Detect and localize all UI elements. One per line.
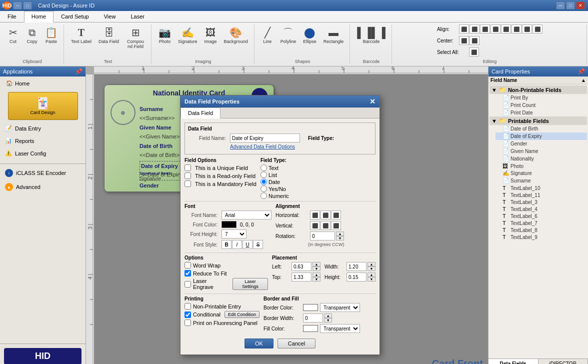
left-down-btn[interactable]: ▼: [312, 266, 320, 271]
radio-text-input[interactable]: [260, 164, 267, 171]
radio-yesno-input[interactable]: [260, 186, 267, 192]
data-field-button[interactable]: 🗄 Data Field: [96, 24, 122, 46]
align-bottom-btn[interactable]: ⬛: [512, 24, 522, 34]
font-height-select[interactable]: 7: [222, 230, 246, 238]
advanced-link[interactable]: Advanced Data Field Options: [230, 144, 295, 150]
printable-group[interactable]: ▼ 📁 Printable Fields: [490, 116, 587, 125]
align-top-btn[interactable]: ⬛: [490, 24, 500, 34]
select-all-btn[interactable]: ⬛: [469, 48, 479, 56]
radio-numeric-input[interactable]: [260, 192, 267, 199]
rectangle-button[interactable]: ▬ Rectangle: [320, 24, 347, 46]
tab-file[interactable]: File: [0, 11, 24, 22]
top-input[interactable]: [292, 272, 312, 282]
align-v-top-btn[interactable]: ⬛: [310, 221, 320, 230]
background-button[interactable]: 🎨 Background: [221, 24, 251, 46]
copy-button[interactable]: ⧉ Copy: [23, 24, 41, 46]
tree-item-signature[interactable]: ✍ Signature: [496, 170, 587, 177]
font-name-select[interactable]: Arial: [222, 210, 272, 220]
bold-btn[interactable]: B: [222, 240, 232, 249]
non-printable-entry-checkbox[interactable]: [184, 303, 191, 310]
center-h-btn[interactable]: ⬛: [459, 36, 469, 45]
italic-btn[interactable]: I: [232, 240, 242, 249]
fill-color-select[interactable]: Transparent: [320, 324, 360, 333]
strikethrough-btn[interactable]: S: [253, 240, 263, 249]
tab-laser[interactable]: Laser: [123, 11, 152, 22]
image-button[interactable]: 🖼 Image: [202, 24, 220, 46]
readonly-checkbox[interactable]: [184, 172, 191, 179]
left-input[interactable]: [292, 262, 312, 271]
tree-item-surname[interactable]: 📄 Surname: [496, 177, 587, 184]
paste-button[interactable]: 📋 Paste: [42, 24, 60, 46]
tree-item-given-name[interactable]: 📄 Given Name: [496, 148, 587, 155]
align-h-right-btn[interactable]: ⬛: [331, 210, 341, 220]
sidebar-item-laser-config[interactable]: ⚠️ Laser Config: [0, 147, 86, 160]
close-btn[interactable]: ✕: [576, 2, 585, 10]
tree-item-textlabel4[interactable]: T TextLabel_4: [496, 206, 587, 212]
conditional-checkbox[interactable]: [184, 312, 191, 318]
photo-button[interactable]: 📷 Photo: [156, 24, 174, 46]
tree-item-textlabel11[interactable]: T TextLabel_11: [496, 192, 587, 198]
tree-item-textlabel3[interactable]: T TextLabel_3: [496, 198, 587, 206]
align-right-btn[interactable]: ⬛: [480, 24, 490, 34]
laser-engrave-checkbox[interactable]: [184, 281, 191, 288]
tree-item-print-by[interactable]: 📄 Print By: [496, 94, 587, 102]
tab-card-setup[interactable]: Card Setup: [54, 11, 96, 22]
height-input[interactable]: [346, 272, 366, 282]
radio-list-input[interactable]: [260, 172, 267, 178]
sidebar-item-home[interactable]: 🏠 Home: [0, 76, 86, 90]
idirector-tab[interactable]: iDIRECTOR: [538, 359, 588, 364]
border-width-input[interactable]: [303, 314, 323, 322]
width-up-btn[interactable]: ▲: [368, 262, 376, 266]
tree-item-date-of-expiry[interactable]: 📄 Date of Expiry: [496, 132, 587, 140]
title-maximize-btn[interactable]: □: [23, 2, 32, 10]
cut-button[interactable]: ✂ Cut: [4, 24, 22, 46]
align-h-left-btn[interactable]: ⬛: [310, 210, 320, 220]
tab-home[interactable]: Home: [24, 11, 54, 22]
rotation-down-btn[interactable]: ▼: [336, 236, 344, 240]
center-v-btn[interactable]: ⬛: [470, 36, 480, 45]
compound-field-button[interactable]: ⊞ Compound Field: [123, 24, 148, 51]
align-center-h-btn[interactable]: ⬛: [470, 24, 480, 34]
ok-button[interactable]: OK: [244, 338, 274, 348]
align-h-space-btn[interactable]: ⬛: [522, 24, 532, 34]
tree-item-print-count[interactable]: 📄 Print Count: [496, 102, 587, 109]
ellipse-button[interactable]: ⬤ Ellipse: [300, 24, 320, 46]
tree-item-gender[interactable]: 📄 Gender: [496, 140, 587, 148]
sidebar-item-iclass[interactable]: i iCLASS SE Encoder: [0, 166, 86, 180]
align-v-bottom-btn[interactable]: ⬛: [331, 221, 341, 230]
height-down-btn[interactable]: ▼: [368, 277, 376, 282]
align-left-btn[interactable]: ⬛: [459, 24, 469, 34]
fluorescing-checkbox[interactable]: [184, 320, 191, 326]
align-center-v-btn[interactable]: ⬛: [501, 24, 511, 34]
line-button[interactable]: ╱ Line: [258, 24, 276, 46]
text-label-button[interactable]: T Text Label: [68, 24, 94, 46]
tree-item-photo[interactable]: 🖼 Photo: [496, 162, 587, 170]
non-printable-group[interactable]: ▼ 📁 Non-Printable Fields: [490, 86, 587, 94]
tree-item-textlabel6[interactable]: T TextLabel_6: [496, 212, 587, 220]
word-wrap-checkbox[interactable]: [184, 262, 191, 268]
sidebar-item-card-design[interactable]: 🃏 Card Design: [0, 90, 86, 122]
mandatory-checkbox[interactable]: [184, 180, 191, 187]
top-up-btn[interactable]: ▲: [312, 272, 320, 277]
tree-item-print-date[interactable]: 📄 Print Date: [496, 109, 587, 116]
top-down-btn[interactable]: ▼: [312, 277, 320, 282]
rotation-up-btn[interactable]: ▲: [336, 232, 344, 236]
border-color-select[interactable]: Transparent: [320, 303, 360, 312]
dialog-tab-data-field[interactable]: Data Field: [180, 108, 220, 118]
sidebar-item-data-entry[interactable]: 📝 Data Entry: [0, 122, 86, 134]
border-width-down-btn[interactable]: ▼: [324, 318, 332, 322]
tree-item-nationality[interactable]: 📄 Nationality: [496, 155, 587, 162]
tree-item-textlabel8[interactable]: T TextLabel_8: [496, 226, 587, 234]
align-v-center-btn[interactable]: ⬛: [320, 221, 330, 230]
signature-button[interactable]: ✍ Signature: [175, 24, 200, 46]
underline-btn[interactable]: U: [242, 240, 252, 249]
edit-condition-btn[interactable]: Edit Condition: [224, 311, 260, 318]
barcode-button[interactable]: ▌▐▌▐ Barcode: [354, 24, 388, 46]
width-down-btn[interactable]: ▼: [368, 266, 376, 271]
polyline-button[interactable]: ⌒ Polyline: [278, 24, 300, 46]
laser-settings-btn[interactable]: Laser Settings: [232, 278, 268, 290]
sidebar-item-reports[interactable]: 📊 Reports: [0, 134, 86, 147]
height-up-btn[interactable]: ▲: [368, 272, 376, 277]
rotation-input[interactable]: [310, 232, 335, 240]
border-width-up-btn[interactable]: ▲: [324, 314, 332, 318]
